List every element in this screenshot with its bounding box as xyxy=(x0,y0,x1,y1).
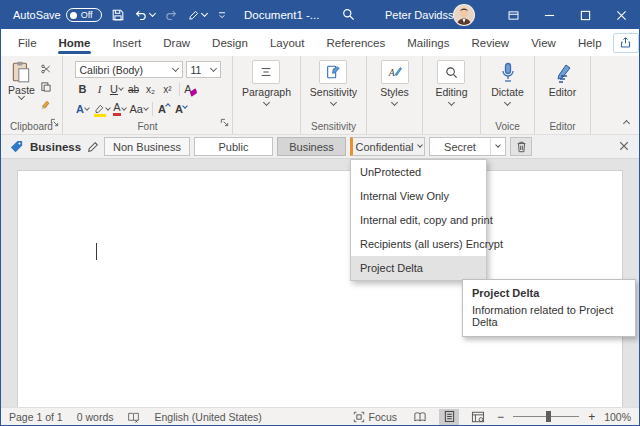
sensitivity-option-non-business[interactable]: Non Business xyxy=(104,137,190,156)
language-status[interactable]: English (United States) xyxy=(154,411,261,423)
superscript-button[interactable]: x² xyxy=(160,81,176,98)
collapse-ribbon-button[interactable] xyxy=(624,112,629,130)
minimize-button[interactable] xyxy=(531,1,567,29)
print-layout-button[interactable] xyxy=(439,409,459,425)
share-button[interactable] xyxy=(613,33,639,53)
page-indicator[interactable]: Page 1 of 1 xyxy=(9,411,63,423)
focus-mode-button[interactable]: Focus xyxy=(353,411,398,423)
styles-button[interactable]: A Styles xyxy=(380,60,409,118)
zoom-level[interactable]: 100% xyxy=(604,411,631,423)
tab-view[interactable]: View xyxy=(520,29,567,56)
font-group: Calibri (Body) 11 B I U xyxy=(63,56,233,134)
tab-layout[interactable]: Layout xyxy=(259,29,316,56)
draw-pen-button[interactable] xyxy=(187,9,207,22)
tab-insert[interactable]: Insert xyxy=(101,29,152,56)
italic-button[interactable]: I xyxy=(92,81,108,98)
edit-pencil-icon[interactable] xyxy=(87,141,99,153)
microphone-icon xyxy=(500,62,516,84)
font-dialog-launcher[interactable] xyxy=(220,113,229,131)
shrink-font-button[interactable]: A xyxy=(173,101,189,118)
sensitivity-option-business[interactable]: Business xyxy=(277,137,346,156)
tooltip-title: Project Delta xyxy=(472,287,626,299)
customize-toolbar-button[interactable] xyxy=(216,9,228,21)
menu-item-project-delta[interactable]: Project Delta xyxy=(351,256,486,280)
ribbon-display-options-button[interactable] xyxy=(495,1,531,29)
tab-review[interactable]: Review xyxy=(460,29,520,56)
paste-button[interactable]: Paste xyxy=(8,60,35,118)
web-layout-button[interactable] xyxy=(468,409,488,425)
remove-sensitivity-button[interactable] xyxy=(510,137,532,156)
avatar[interactable] xyxy=(453,4,475,26)
font-size-select[interactable]: 11 xyxy=(186,61,221,78)
confidential-label: Confidential xyxy=(355,141,413,153)
tab-draw[interactable]: Draw xyxy=(152,29,201,56)
styles-button-face: A xyxy=(381,60,409,84)
close-icon xyxy=(616,10,627,21)
sensitivity-current-label: Business xyxy=(30,141,81,153)
tab-mailings[interactable]: Mailings xyxy=(396,29,460,56)
secret-dropdown-arrow[interactable] xyxy=(490,138,505,155)
zoom-in-button[interactable]: + xyxy=(588,410,595,424)
word-count[interactable]: 0 words xyxy=(77,411,114,423)
text-effects-glyph: A xyxy=(76,103,84,115)
zoom-slider[interactable] xyxy=(513,416,579,417)
menu-item-recipients-encrypt[interactable]: Recipients (all users) Encrypt xyxy=(351,232,486,256)
menu-item-unprotected[interactable]: UnProtected xyxy=(351,160,486,184)
clipboard-dialog-launcher[interactable] xyxy=(50,113,59,131)
chevron-down-icon xyxy=(448,99,455,106)
sensitivity-option-public[interactable]: Public xyxy=(194,137,273,156)
tab-file[interactable]: File xyxy=(7,29,48,56)
autosave-toggle[interactable]: AutoSave Off xyxy=(13,8,102,22)
tab-home[interactable]: Home xyxy=(48,29,102,56)
sensitivity-button[interactable]: Sensitivity xyxy=(310,60,357,118)
search-button[interactable] xyxy=(341,7,356,24)
tab-design[interactable]: Design xyxy=(201,29,259,56)
editor-pen-icon xyxy=(553,63,573,83)
editor-button[interactable]: Editor xyxy=(549,60,576,118)
tab-help[interactable]: Help xyxy=(567,29,613,56)
dictate-button[interactable]: Dictate xyxy=(491,60,524,118)
format-painter-button[interactable] xyxy=(38,97,55,112)
dictate-icon-wrap xyxy=(500,60,516,86)
text-effects-button[interactable]: A xyxy=(75,101,91,118)
menu-item-internal-edit-copy-print[interactable]: Internal edit, copy and print xyxy=(351,208,486,232)
sensitivity-option-confidential[interactable]: Confidential xyxy=(350,137,425,156)
tab-references[interactable]: References xyxy=(315,29,396,56)
change-case-button[interactable]: Aa xyxy=(129,101,149,118)
read-mode-button[interactable] xyxy=(410,409,430,425)
copy-button[interactable] xyxy=(38,79,55,94)
grow-font-button[interactable]: A xyxy=(156,101,172,118)
proofing-status-button[interactable] xyxy=(127,411,140,423)
cut-button[interactable] xyxy=(38,61,55,76)
subscript-button[interactable]: x₂ xyxy=(143,81,159,98)
autosave-state: Off xyxy=(81,10,93,20)
autosave-switch[interactable]: Off xyxy=(66,8,102,22)
highlight-color-swatch xyxy=(94,114,106,117)
text-highlight-button[interactable] xyxy=(92,101,111,118)
sensitivity-option-secret[interactable]: Secret xyxy=(429,137,506,156)
paragraph-button[interactable]: Paragraph xyxy=(242,60,291,118)
zoom-slider-handle[interactable] xyxy=(546,411,551,422)
avatar-image xyxy=(454,5,474,25)
close-button[interactable] xyxy=(603,1,639,29)
divider xyxy=(179,82,180,96)
close-sensitivity-bar-button[interactable] xyxy=(619,140,629,153)
font-name-select[interactable]: Calibri (Body) xyxy=(75,61,183,78)
bold-button[interactable]: B xyxy=(75,81,91,98)
copy-icon xyxy=(40,81,52,93)
maximize-button[interactable] xyxy=(567,1,603,29)
menu-item-internal-view-only[interactable]: Internal View Only xyxy=(351,184,486,208)
underline-button[interactable]: U xyxy=(109,81,125,98)
project-delta-tooltip: Project Delta Information related to Pro… xyxy=(462,279,636,337)
font-color-button[interactable]: A xyxy=(112,101,128,118)
focus-label: Focus xyxy=(369,411,398,423)
editing-button[interactable]: Editing xyxy=(435,60,467,118)
styles-label: Styles xyxy=(380,86,409,99)
save-button[interactable] xyxy=(111,8,125,22)
redo-button[interactable] xyxy=(164,8,178,22)
zoom-out-button[interactable]: − xyxy=(497,410,504,424)
paragraph-button-face xyxy=(252,60,280,84)
undo-button[interactable] xyxy=(134,8,155,22)
strikethrough-button[interactable]: ab xyxy=(126,81,142,98)
clear-formatting-button[interactable]: A xyxy=(183,81,199,98)
